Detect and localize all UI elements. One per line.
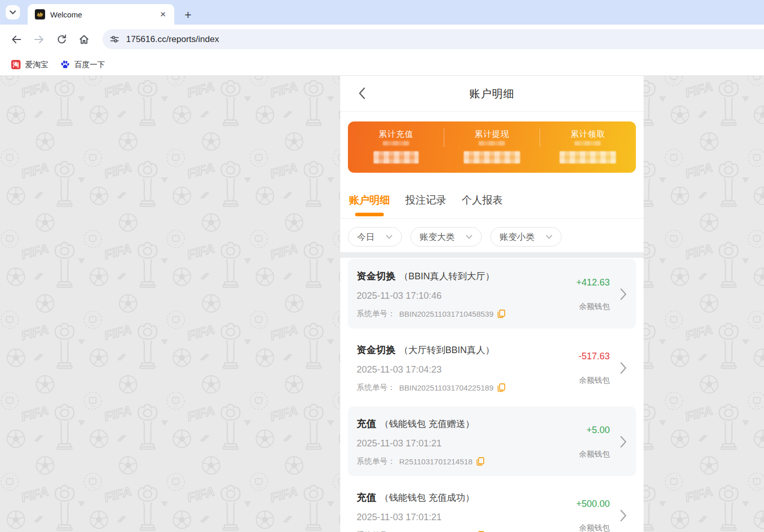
forward-button[interactable] — [28, 29, 50, 50]
divider — [540, 129, 540, 147]
baidu-paw-icon — [60, 60, 70, 69]
bookmarks-bar: 淘 爱淘宝 百度一下 — [0, 54, 764, 76]
home-button[interactable] — [73, 29, 95, 50]
tab-strip: Welcome × + — [0, 0, 764, 25]
transaction-type: 资金切换（大厅转到BBIN真人） — [357, 343, 579, 357]
reload-icon — [56, 33, 68, 45]
transaction-row[interactable]: 充值（钱能钱包 充值成功） 2025-11-03 17:01:21 系统单号： … — [348, 480, 636, 532]
active-tab-underline — [355, 213, 384, 216]
bookmark-label: 百度一下 — [74, 60, 105, 70]
transaction-datetime: 2025-11-03 17:01:21 — [357, 512, 576, 523]
divider — [340, 252, 644, 258]
transaction-row[interactable]: 资金切换（大厅转到BBIN真人） 2025-11-03 17:04:23 系统单… — [348, 333, 636, 402]
new-tab-button[interactable]: + — [180, 7, 196, 23]
copy-button[interactable] — [498, 310, 505, 318]
chevron-right-icon — [620, 436, 627, 448]
transaction-detail: （钱能钱包 充值赠送） — [380, 419, 474, 429]
chevron-right-icon — [620, 288, 627, 300]
address-bar[interactable]: 175616.cc/reports/index — [102, 29, 764, 49]
summary-label: 累计提现 — [474, 129, 509, 140]
order-number: BBIN202511031704225189 — [399, 383, 493, 392]
site-favicon — [35, 9, 45, 19]
back-arrow-icon — [10, 33, 23, 46]
summary-card: 累计充值 累计提现 累计领取 — [348, 121, 636, 173]
page-background: FIFA 账户明细 累计充值 — [0, 76, 764, 532]
reload-button[interactable] — [50, 29, 73, 50]
chevron-right-icon — [620, 362, 627, 374]
transaction-type: 资金切换（BBIN真人转到大厅） — [357, 270, 576, 283]
tab-search-button[interactable] — [6, 5, 20, 19]
filter-major-type-dropdown[interactable]: 账变大类 — [410, 227, 482, 247]
transaction-type: 充值（钱能钱包 充值赠送） — [357, 417, 579, 431]
url-text[interactable]: 175616.cc/reports/index — [126, 34, 219, 45]
tab-account-detail[interactable]: 账户明细 — [349, 193, 390, 218]
tab-title: Welcome — [50, 10, 157, 19]
chevron-down-icon — [386, 235, 393, 239]
browser-tab[interactable]: Welcome × — [28, 4, 174, 25]
copy-button[interactable] — [498, 383, 505, 392]
summary-total-deposit: 累计充值 — [348, 121, 444, 173]
section-tabs: 账户明细 投注记录 个人报表 — [340, 184, 644, 219]
order-label: 系统单号： — [357, 309, 395, 319]
chevron-down-icon — [10, 10, 16, 14]
filter-minor-type-dropdown[interactable]: 账变小类 — [490, 227, 562, 247]
back-button[interactable] — [5, 29, 28, 50]
chevron-left-icon — [358, 87, 365, 99]
summary-total-claim: 累计领取 — [540, 121, 636, 173]
order-label: 系统单号： — [357, 457, 395, 466]
wallet-name: 余额钱包 — [579, 302, 610, 312]
copy-icon — [498, 310, 505, 318]
order-number: BBIN202511031710458539 — [399, 310, 493, 318]
taobao-icon: 淘 — [11, 60, 20, 69]
transaction-datetime: 2025-11-03 17:04:23 — [357, 364, 579, 375]
copy-icon — [498, 383, 505, 392]
transaction-datetime: 2025-11-03 17:01:21 — [357, 438, 579, 449]
transaction-detail: （BBIN真人转到大厅） — [399, 271, 494, 281]
transaction-amount: -517.63 — [579, 351, 610, 362]
forward-arrow-icon — [33, 33, 45, 46]
bookmark-baidu[interactable]: 百度一下 — [54, 57, 111, 72]
summary-label: 累计充值 — [379, 129, 414, 140]
panel-header: 账户明细 — [340, 76, 644, 112]
redacted-value — [479, 141, 505, 146]
transaction-detail: （大厅转到BBIN真人） — [399, 345, 494, 355]
browser-toolbar: 175616.cc/reports/index — [0, 25, 764, 54]
transaction-row[interactable]: 充值（钱能钱包 充值赠送） 2025-11-03 17:01:21 系统单号： … — [348, 406, 636, 476]
tab-close-button[interactable]: × — [157, 8, 169, 21]
transaction-amount: +500.00 — [576, 499, 610, 509]
order-number: R2511031701214518 — [399, 457, 472, 466]
tab-personal-report[interactable]: 个人报表 — [462, 193, 503, 218]
order-label: 系统单号： — [357, 383, 395, 393]
redacted-value — [383, 141, 409, 146]
summary-total-withdraw: 累计提现 — [444, 121, 540, 173]
transaction-row[interactable]: 资金切换（BBIN真人转到大厅） 2025-11-03 17:10:46 系统单… — [348, 259, 636, 329]
wallet-name: 余额钱包 — [579, 376, 610, 385]
transaction-detail: （钱能钱包 充值成功） — [380, 493, 474, 503]
transaction-type: 充值（钱能钱包 充值成功） — [357, 491, 576, 504]
wallet-name: 余额钱包 — [579, 523, 610, 532]
copy-button[interactable] — [477, 457, 484, 466]
bookmark-aitaobao[interactable]: 淘 爱淘宝 — [5, 57, 54, 72]
redacted-value — [574, 141, 601, 146]
filter-date-dropdown[interactable]: 今日 — [348, 227, 402, 247]
home-icon — [78, 33, 90, 46]
divider — [444, 129, 444, 147]
account-panel: 账户明细 累计充值 累计提现 累计领取 账户明细 — [340, 76, 644, 532]
filter-row: 今日 账变大类 账变小类 — [340, 219, 644, 252]
transaction-amount: +5.00 — [586, 425, 610, 436]
redacted-value — [464, 151, 520, 163]
bookmark-label: 爱淘宝 — [25, 60, 48, 70]
site-settings-icon[interactable] — [109, 34, 120, 45]
tab-bet-records[interactable]: 投注记录 — [405, 193, 446, 218]
chevron-down-icon — [466, 235, 472, 239]
transaction-list: 资金切换（BBIN真人转到大厅） 2025-11-03 17:10:46 系统单… — [340, 258, 644, 532]
chevron-right-icon — [620, 509, 627, 522]
chevron-down-icon — [546, 235, 552, 239]
redacted-value — [560, 151, 616, 163]
transaction-amount: +412.63 — [576, 277, 610, 288]
copy-icon — [477, 457, 484, 466]
redacted-value — [374, 151, 419, 163]
transaction-datetime: 2025-11-03 17:10:46 — [357, 291, 576, 301]
summary-label: 累计领取 — [570, 129, 605, 140]
back-chevron-button[interactable] — [355, 87, 369, 101]
